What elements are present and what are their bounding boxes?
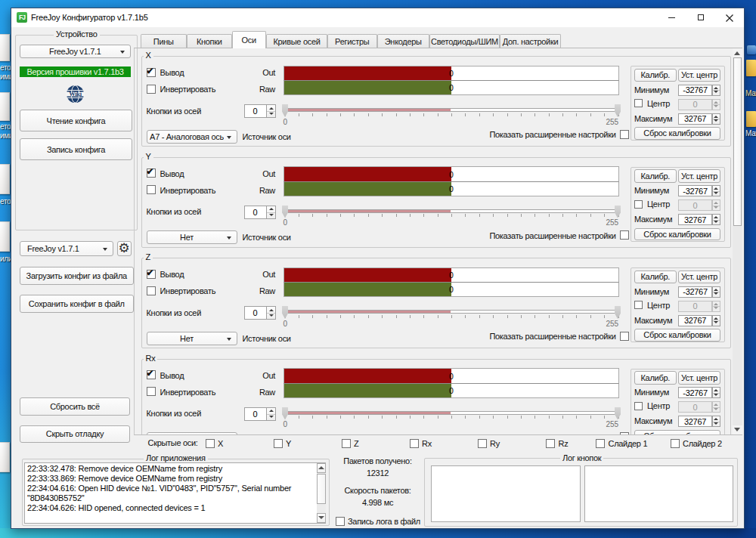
desktop-doc-icon[interactable] xyxy=(0,221,10,252)
hidden-axis-checkbox-слайдер-1[interactable] xyxy=(596,439,605,448)
maximum-value[interactable]: 32767 xyxy=(678,113,712,125)
maximum-spin-buttons[interactable] xyxy=(712,113,721,125)
invert-checkbox[interactable] xyxy=(147,286,156,295)
axis-range-slider[interactable] xyxy=(284,108,619,112)
buttons-from-axes-value[interactable]: 0 xyxy=(244,104,267,118)
scroll-down-icon[interactable] xyxy=(318,516,324,519)
spin-up-icon[interactable] xyxy=(714,289,718,291)
spin-down-icon[interactable] xyxy=(714,422,718,425)
minimum-spin-buttons[interactable] xyxy=(712,85,721,96)
tab-светодиоды-шим[interactable]: Светодиоды/ШИМ xyxy=(429,34,500,48)
axis-source-select[interactable]: Нет xyxy=(147,230,237,244)
app-log-scrollbar-thumb[interactable] xyxy=(317,474,326,504)
axis-range-slider[interactable] xyxy=(284,411,619,415)
spin-up-icon[interactable] xyxy=(714,116,718,118)
button-log-list-1[interactable] xyxy=(431,465,581,523)
spin-up-icon[interactable] xyxy=(714,87,718,89)
hidden-axis-checkbox-rz[interactable] xyxy=(546,439,555,448)
spin-up-icon[interactable] xyxy=(714,418,718,420)
output-checkbox[interactable]: ✔ xyxy=(147,270,156,279)
hidden-axis-checkbox-x[interactable] xyxy=(206,439,215,448)
calibrate-button[interactable]: Калибр. xyxy=(634,169,677,183)
spin-down-icon[interactable] xyxy=(714,119,718,122)
set-center-button[interactable]: Уст. центр xyxy=(678,371,720,385)
advanced-settings-checkbox[interactable] xyxy=(620,432,629,434)
spin-down-icon[interactable] xyxy=(269,214,274,216)
maximum-value[interactable]: 32767 xyxy=(678,315,712,326)
tab-кривые-осей[interactable]: Кривые осей xyxy=(266,34,327,48)
set-center-button[interactable]: Уст. центр xyxy=(678,69,720,82)
settings-button[interactable]: ⚙ xyxy=(117,241,132,256)
calibrate-button[interactable]: Калибр. xyxy=(634,271,677,284)
spin-down-icon[interactable] xyxy=(269,416,274,418)
output-checkbox[interactable]: ✔ xyxy=(147,68,156,77)
advanced-settings-checkbox[interactable] xyxy=(620,130,629,139)
app-log-scrollbar[interactable] xyxy=(317,463,326,523)
minimize-button[interactable] xyxy=(658,8,686,27)
desktop-folder-icon[interactable] xyxy=(746,60,756,76)
spin-down-icon[interactable] xyxy=(714,192,718,194)
maximum-spin-buttons[interactable] xyxy=(712,214,721,225)
desktop-blue-icon[interactable] xyxy=(747,45,756,54)
desktop-folder-icon[interactable] xyxy=(746,111,756,127)
spin-up-icon[interactable] xyxy=(269,208,274,210)
maximum-spin-buttons[interactable] xyxy=(712,416,721,427)
minimum-value[interactable]: -32767 xyxy=(678,85,712,96)
spin-down-icon[interactable] xyxy=(269,113,274,115)
hidden-axis-checkbox-z[interactable] xyxy=(342,439,351,448)
desktop-doc-icon[interactable] xyxy=(0,34,10,61)
axis-source-select[interactable]: Нет xyxy=(147,432,237,434)
minimum-value[interactable]: -32767 xyxy=(678,286,712,298)
save-config-file-button[interactable]: Сохранить конфиг в файл xyxy=(20,295,134,313)
center-checkbox[interactable] xyxy=(634,200,643,209)
output-checkbox[interactable]: ✔ xyxy=(147,370,156,379)
spin-up-icon[interactable] xyxy=(269,107,274,110)
button-log-list-2[interactable] xyxy=(584,465,734,523)
maximum-value[interactable]: 32767 xyxy=(678,416,712,427)
scroll-up-icon[interactable] xyxy=(318,466,324,469)
maximum-spin-buttons[interactable] xyxy=(712,315,721,326)
spin-down-icon[interactable] xyxy=(714,91,718,93)
tab-кнопки[interactable]: Кнопки xyxy=(187,34,233,48)
minimum-value[interactable]: -32767 xyxy=(678,185,712,196)
buttons-from-axes-value[interactable]: 0 xyxy=(244,306,267,320)
axis-range-slider[interactable] xyxy=(284,310,619,314)
set-center-button[interactable]: Уст. центр xyxy=(678,169,720,183)
buttons-from-axes-spin-buttons[interactable] xyxy=(266,306,276,320)
output-checkbox[interactable]: ✔ xyxy=(147,169,156,178)
title-bar[interactable]: FJ FreeJoy Конфигуратор v1.7.1b5 xyxy=(11,8,744,27)
invert-checkbox[interactable] xyxy=(147,85,156,94)
tab-пины[interactable]: Пины xyxy=(141,34,187,48)
spin-up-icon[interactable] xyxy=(714,389,718,391)
spin-down-icon[interactable] xyxy=(714,292,718,295)
hidden-axis-checkbox-слайдер-2[interactable] xyxy=(671,439,680,448)
close-button[interactable] xyxy=(715,8,744,27)
profile-select[interactable]: FreeJoy v1.7.1 xyxy=(20,241,113,256)
axis-source-select[interactable]: Нет xyxy=(147,332,237,345)
reset-calibration-button[interactable]: Сброс калибровки xyxy=(634,228,720,241)
calibrate-button[interactable]: Калибр. xyxy=(634,371,677,385)
axes-scrollbar[interactable] xyxy=(733,48,742,434)
center-checkbox[interactable] xyxy=(634,402,643,410)
spin-up-icon[interactable] xyxy=(269,410,274,412)
buttons-from-axes-value[interactable]: 0 xyxy=(244,206,267,219)
desktop-doc-icon[interactable] xyxy=(0,92,10,121)
buttons-from-axes-spin-buttons[interactable] xyxy=(266,407,276,421)
hidden-axis-checkbox-rx[interactable] xyxy=(410,439,419,448)
axis-range-slider[interactable] xyxy=(284,209,619,213)
desktop-doc-icon[interactable] xyxy=(0,442,10,472)
buttons-from-axes-spin-buttons[interactable] xyxy=(266,206,276,219)
spin-down-icon[interactable] xyxy=(714,321,718,323)
reset-all-button[interactable]: Сбросить всё xyxy=(20,397,130,416)
buttons-from-axes-spin-buttons[interactable] xyxy=(266,104,276,118)
hidden-axis-checkbox-ry[interactable] xyxy=(478,439,487,448)
tab-оси[interactable]: Оси xyxy=(232,31,267,48)
reset-calibration-button[interactable]: Сброс калибровки xyxy=(634,127,720,140)
advanced-settings-checkbox[interactable] xyxy=(620,332,629,341)
write-config-button[interactable]: Запись конфига xyxy=(20,138,132,160)
advanced-settings-checkbox[interactable] xyxy=(620,230,629,240)
scroll-up-icon[interactable] xyxy=(734,51,740,55)
minimum-spin-buttons[interactable] xyxy=(712,286,721,298)
center-checkbox[interactable] xyxy=(634,301,643,309)
spin-up-icon[interactable] xyxy=(714,187,718,190)
